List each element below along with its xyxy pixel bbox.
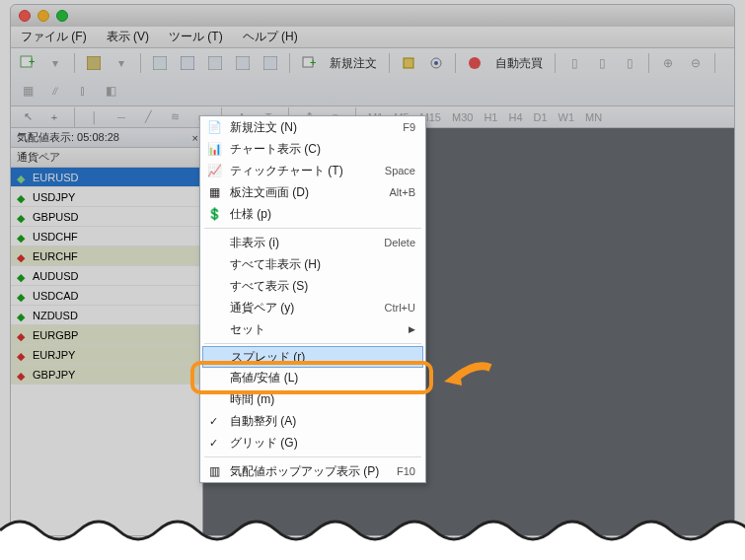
maximize-window-button[interactable] (56, 10, 68, 22)
tf-mn[interactable]: MN (584, 111, 603, 123)
new-order-label[interactable]: 新規注文 (326, 55, 381, 72)
menu-spec[interactable]: 💲仕様 (p) (200, 203, 425, 225)
menu-grid[interactable]: ✓グリッド (G) (200, 432, 425, 454)
arrow-up-icon: ◆ (17, 291, 27, 301)
depth-icon: ▦ (206, 184, 222, 200)
close-window-button[interactable] (19, 10, 31, 22)
symbol-row-usdcad[interactable]: ◆USDCAD (11, 286, 202, 306)
svg-rect-7 (263, 56, 277, 70)
menu-high-low[interactable]: 高値/安値 (L) (200, 367, 425, 388)
close-icon[interactable]: × (192, 132, 198, 144)
svg-rect-6 (236, 56, 250, 70)
zoom-out-icon[interactable]: ⊖ (685, 52, 707, 74)
menu-chart-window[interactable]: 📊チャート表示 (C) (200, 138, 425, 160)
symbol-row-usdjpy[interactable]: ◆USDJPY (11, 187, 202, 207)
symbol-row-eurusd[interactable]: ◆EURUSD (11, 168, 202, 187)
symbol-row-gbpjpy[interactable]: ◆GBPJPY (11, 365, 202, 385)
symbol-row-usdchf[interactable]: ◆USDCHF (11, 227, 202, 246)
bar-chart-icon[interactable]: ▯ (563, 52, 585, 74)
candle-chart-icon[interactable]: ▯ (591, 52, 613, 74)
arrow-down-icon: ◆ (17, 350, 27, 360)
indicator-icon[interactable]: ⫽ (44, 80, 66, 102)
metaeditor-icon[interactable] (398, 52, 419, 74)
dropdown-icon[interactable]: ▾ (111, 52, 132, 74)
terminal-icon[interactable] (232, 52, 254, 74)
symbol-row-gbpusd[interactable]: ◆GBPUSD (11, 207, 202, 227)
symbol-row-eurgbp[interactable]: ◆EURGBP (11, 325, 202, 345)
options-icon[interactable] (425, 52, 447, 74)
tick-icon: 📈 (206, 163, 222, 178)
menu-spread[interactable]: スプレッド (r) (202, 346, 423, 368)
svg-rect-10 (404, 58, 413, 68)
new-order-icon[interactable]: + (298, 52, 320, 74)
wave-border (0, 511, 745, 560)
profiles-icon[interactable] (83, 52, 105, 74)
symbol-row-eurchf[interactable]: ◆EURCHF (11, 246, 202, 266)
tf-w1[interactable]: W1 (558, 111, 576, 123)
arrow-up-icon: ◆ (17, 311, 27, 320)
menu-new-order[interactable]: 📄新規注文 (N)F9 (200, 116, 425, 138)
tf-d1[interactable]: D1 (533, 111, 549, 123)
tf-h4[interactable]: H4 (507, 111, 523, 123)
menu-show-all[interactable]: すべて表示 (S) (200, 275, 425, 297)
symbol-row-eurjpy[interactable]: ◆EURJPY (11, 345, 202, 365)
svg-rect-3 (153, 56, 167, 70)
context-menu: 📄新規注文 (N)F9 📊チャート表示 (C) 📈ティックチャート (T)Spa… (199, 115, 426, 483)
autotrade-icon[interactable] (464, 52, 485, 74)
separator (204, 456, 421, 457)
menu-file[interactable]: ファイル (F) (11, 27, 97, 47)
symbol-label: EURJPY (33, 349, 75, 361)
svg-rect-5 (208, 56, 222, 70)
symbol-label: EURGBP (33, 329, 78, 341)
symbol-label: GBPUSD (33, 211, 78, 223)
symbol-row-nzdusd[interactable]: ◆NZDUSD (11, 306, 202, 325)
autotrade-label[interactable]: 自動売買 (491, 55, 547, 72)
separator (204, 228, 421, 229)
vline-icon[interactable]: │ (86, 109, 104, 125)
separator (204, 343, 421, 344)
menu-symbols[interactable]: 通貨ペア (y)Ctrl+U (200, 297, 425, 318)
menu-depth[interactable]: ▦板注文画面 (D)Alt+B (200, 181, 425, 203)
toolbar-main: + ▾ ▾ + 新規注文 自動売買 ▯ ▯ ▯ ⊕ ⊖ ▦ ⫽ ⫿ ◧ (11, 48, 734, 106)
submenu-arrow-icon: ▶ (409, 324, 415, 334)
period-icon[interactable]: ⫿ (72, 80, 94, 102)
hline-icon[interactable]: ─ (112, 109, 130, 125)
symbol-row-audusd[interactable]: ◆AUDUSD (11, 266, 202, 286)
tf-m30[interactable]: M30 (451, 111, 474, 123)
menu-help[interactable]: ヘルプ (H) (233, 27, 308, 47)
tile-icon[interactable]: ▦ (17, 80, 38, 102)
check-icon: ✓ (209, 415, 218, 428)
menu-sets[interactable]: セット▶ (200, 318, 425, 340)
tester-icon[interactable] (260, 52, 281, 74)
menu-tick-chart[interactable]: 📈ティックチャート (T)Space (200, 160, 425, 181)
svg-rect-4 (181, 56, 194, 70)
channel-icon[interactable]: ≋ (166, 109, 184, 125)
menu-popup-prices[interactable]: ▥気配値ポップアップ表示 (P)F10 (200, 460, 425, 482)
menu-tools[interactable]: ツール (T) (159, 27, 233, 47)
menu-hide-all[interactable]: すべて非表示 (H) (200, 253, 425, 275)
dropdown-icon[interactable]: ▾ (44, 52, 66, 74)
minimize-window-button[interactable] (37, 10, 49, 22)
arrow-up-icon: ◆ (17, 192, 27, 202)
popup-icon: ▥ (206, 463, 222, 479)
navigator-icon[interactable] (204, 52, 226, 74)
trendline-icon[interactable]: ╱ (139, 109, 157, 125)
menu-view[interactable]: 表示 (V) (97, 27, 159, 47)
tf-h1[interactable]: H1 (483, 111, 498, 123)
arrow-down-icon: ◆ (17, 251, 27, 261)
menu-time[interactable]: 時間 (m) (200, 388, 425, 410)
market-watch-icon[interactable] (149, 52, 171, 74)
check-icon: ✓ (209, 437, 218, 450)
svg-point-12 (434, 61, 438, 65)
new-chart-icon[interactable]: + (17, 52, 38, 74)
menu-auto-arrange[interactable]: ✓自動整列 (A) (200, 410, 425, 432)
line-chart-icon[interactable]: ▯ (619, 52, 640, 74)
data-window-icon[interactable] (177, 52, 198, 74)
menu-hide[interactable]: 非表示 (i)Delete (200, 232, 425, 253)
svg-text:+: + (310, 56, 316, 68)
template-icon[interactable]: ◧ (100, 80, 121, 102)
crosshair-icon[interactable]: + (45, 109, 63, 125)
zoom-in-icon[interactable]: ⊕ (657, 52, 679, 74)
cursor-icon[interactable]: ↖ (19, 109, 37, 125)
symbol-label: USDJPY (33, 191, 75, 203)
